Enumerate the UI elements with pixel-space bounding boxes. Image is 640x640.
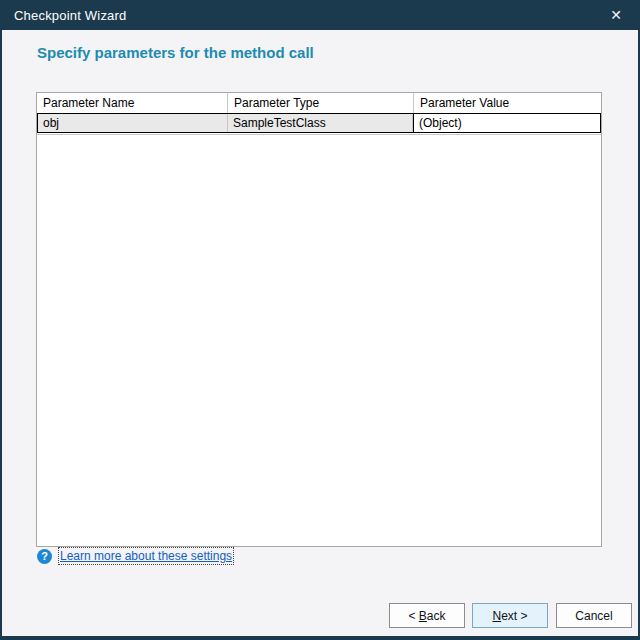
window-title: Checkpoint Wizard [0, 8, 127, 23]
wizard-content: Specify parameters for the method call P… [2, 30, 638, 636]
cancel-button-label: Cancel [575, 609, 612, 623]
back-button[interactable]: < Back [389, 603, 465, 628]
table-header-row: Parameter Name Parameter Type Parameter … [37, 93, 601, 113]
back-button-label: < Back [408, 609, 445, 623]
next-button-label: Next > [492, 609, 527, 623]
row-separator [37, 134, 601, 135]
titlebar: Checkpoint Wizard ✕ [0, 0, 640, 30]
cell-parameter-type[interactable]: SampleTestClass [228, 114, 413, 132]
cell-parameter-name[interactable]: obj [38, 114, 228, 132]
column-header-parameter-type[interactable]: Parameter Type [228, 93, 414, 113]
column-header-parameter-name[interactable]: Parameter Name [37, 93, 228, 113]
cell-parameter-value-editor[interactable]: (Object) [413, 113, 601, 133]
parameters-table: Parameter Name Parameter Type Parameter … [36, 92, 602, 547]
close-icon[interactable]: ✕ [596, 0, 636, 30]
column-header-parameter-value[interactable]: Parameter Value [414, 93, 601, 113]
checkpoint-wizard-window: Checkpoint Wizard ✕ Specify parameters f… [0, 0, 640, 640]
learn-more-link[interactable]: Learn more about these settings [60, 549, 232, 563]
help-icon: ? [37, 549, 52, 564]
cancel-button[interactable]: Cancel [556, 603, 632, 628]
table-row[interactable]: obj SampleTestClass (Object) [37, 113, 601, 133]
help-row: ? Learn more about these settings [37, 547, 232, 565]
next-button[interactable]: Next > [472, 603, 548, 628]
page-title: Specify parameters for the method call [37, 44, 314, 61]
